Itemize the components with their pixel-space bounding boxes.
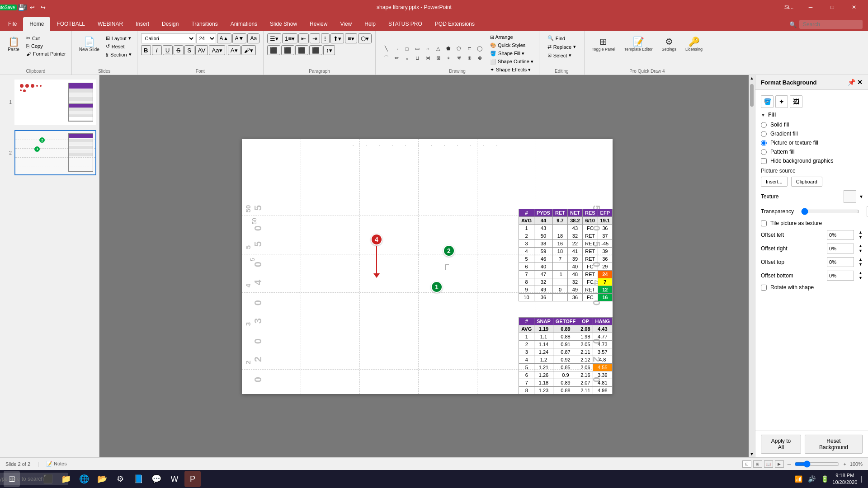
- tab-insert[interactable]: Insert: [129, 17, 156, 31]
- line-spacing-btn[interactable]: ↕▾: [323, 45, 335, 55]
- offset-left-up[interactable]: ▲: [859, 230, 863, 235]
- slideshow-btn[interactable]: ▶: [775, 460, 784, 468]
- justify-btn[interactable]: ⬛: [309, 45, 322, 55]
- change-case-btn[interactable]: Aa▾: [209, 45, 225, 55]
- transparency-slider[interactable]: [801, 208, 859, 215]
- offset-left-down[interactable]: ▼: [859, 235, 863, 240]
- fill-icon-btn[interactable]: 🪣: [761, 95, 774, 108]
- underline-btn[interactable]: U: [163, 45, 173, 55]
- word-btn[interactable]: W: [166, 471, 183, 487]
- shape15-tool[interactable]: ⋈: [423, 54, 433, 63]
- oval-tool[interactable]: ○: [423, 44, 433, 53]
- clipboard-btn[interactable]: Clipboard: [791, 177, 822, 187]
- section-button[interactable]: § Section ▾: [104, 51, 133, 58]
- offset-top-up[interactable]: ▲: [859, 257, 863, 262]
- panel-close-btn[interactable]: ✕: [857, 79, 863, 86]
- folder-btn[interactable]: 📂: [94, 471, 110, 487]
- rotate-checkbox[interactable]: [761, 285, 767, 291]
- sign-in-btn[interactable]: Si...: [778, 0, 799, 14]
- offset-bottom-up[interactable]: ▲: [859, 271, 863, 276]
- shape9-tool[interactable]: ⊏: [464, 44, 474, 53]
- zoom-slider[interactable]: [794, 460, 840, 468]
- shape7-tool[interactable]: ⬟: [443, 44, 453, 53]
- shape14-tool[interactable]: ⊔: [412, 54, 422, 63]
- effects-icon-btn[interactable]: ✦: [775, 95, 788, 108]
- save-btn[interactable]: 💾: [16, 2, 26, 12]
- gradient-fill-radio[interactable]: [761, 131, 767, 137]
- search-input[interactable]: [799, 20, 863, 29]
- bullets-btn[interactable]: ☰▾: [267, 33, 281, 43]
- offset-right-down[interactable]: ▼: [859, 249, 863, 253]
- slide-item-2[interactable]: 2 2 1: [2, 129, 97, 176]
- offset-bottom-input[interactable]: [827, 271, 854, 281]
- tab-home[interactable]: Home: [23, 17, 50, 31]
- shape20-tool[interactable]: ⊗: [475, 54, 485, 63]
- solid-fill-option[interactable]: Solid fill: [761, 122, 863, 128]
- cut-button[interactable]: ✂ Cut: [24, 34, 68, 42]
- tab-slideshow[interactable]: Slide Show: [264, 17, 303, 31]
- bold-btn[interactable]: B: [141, 45, 151, 55]
- teams-btn[interactable]: 💬: [148, 471, 165, 487]
- format-painter-button[interactable]: 🖌 Format Painter: [24, 50, 68, 57]
- italic-btn[interactable]: I: [152, 45, 162, 55]
- powerpoint-btn[interactable]: P: [184, 471, 201, 487]
- offset-left-input[interactable]: [827, 230, 854, 240]
- slide-thumb-2[interactable]: 2 1: [14, 130, 96, 175]
- shape18-tool[interactable]: ❋: [454, 54, 464, 63]
- shape10-tool[interactable]: ◯: [475, 44, 485, 53]
- tab-design[interactable]: Design: [156, 17, 185, 31]
- shadow-btn[interactable]: S: [184, 45, 194, 55]
- copy-button[interactable]: ⎘ Copy: [24, 42, 68, 50]
- marker-2[interactable]: 2: [443, 245, 455, 257]
- offset-top-input[interactable]: [827, 257, 854, 267]
- search-taskbar-btn[interactable]: [22, 471, 38, 487]
- font-color-btn[interactable]: A▾: [228, 45, 241, 55]
- marker-1[interactable]: 1: [431, 281, 443, 293]
- rect-tool[interactable]: □: [402, 44, 412, 53]
- file-explorer-btn[interactable]: 📁: [58, 471, 74, 487]
- redo-btn[interactable]: ↪: [38, 2, 48, 12]
- browser-btn[interactable]: 🌐: [76, 471, 92, 487]
- highlight-btn[interactable]: 🖌▾: [241, 45, 256, 55]
- panel-pin-btn[interactable]: 📌: [848, 79, 855, 86]
- freeform-tool[interactable]: ✏: [392, 54, 401, 63]
- slide-sorter-btn[interactable]: ⊞: [753, 460, 762, 468]
- offset-top-down[interactable]: ▼: [859, 262, 863, 267]
- arrow-tool[interactable]: →: [392, 44, 401, 53]
- task-view-btn[interactable]: ⬛: [40, 471, 56, 487]
- tab-football[interactable]: FOOTBALL: [50, 17, 91, 31]
- font-size-select[interactable]: 24: [196, 33, 216, 43]
- offset-right-up[interactable]: ▲: [859, 244, 863, 249]
- onenote-btn[interactable]: 📘: [130, 471, 146, 487]
- col-count-btn[interactable]: ⫶: [321, 33, 330, 43]
- increase-indent-btn[interactable]: ⇥: [310, 33, 320, 43]
- picture-fill-option[interactable]: Picture or texture fill: [761, 140, 863, 146]
- solid-fill-radio[interactable]: [761, 122, 767, 128]
- select-button[interactable]: ⊡ Select ▾: [546, 52, 574, 59]
- slide-thumb-1[interactable]: [14, 80, 96, 125]
- reset-button[interactable]: ↺ Reset: [104, 42, 133, 50]
- increase-font-btn[interactable]: A▲: [217, 33, 231, 43]
- shape-fill-button[interactable]: 🪣 Shape Fill ▾: [488, 50, 535, 57]
- align-left-btn[interactable]: ⬛: [267, 45, 280, 55]
- replace-button[interactable]: ⇄ Replace ▾: [546, 43, 578, 51]
- quick-styles-button[interactable]: 🎨 Quick Styles: [488, 42, 535, 49]
- shape19-tool[interactable]: ⊕: [464, 54, 474, 63]
- decrease-font-btn[interactable]: A▼: [232, 33, 247, 43]
- shape17-tool[interactable]: ⌖: [443, 54, 453, 63]
- align-text-btn[interactable]: ≡▾: [345, 33, 357, 43]
- text-direction-btn[interactable]: ⬆▾: [330, 33, 344, 43]
- shape-outline-button[interactable]: ⬜ Shape Outline ▾: [488, 58, 535, 66]
- strikethrough-btn[interactable]: S: [174, 45, 184, 55]
- pattern-fill-option[interactable]: Pattern fill: [761, 149, 863, 155]
- find-button[interactable]: 🔍 Find: [546, 34, 567, 42]
- reading-view-btn[interactable]: 📖: [764, 460, 773, 468]
- shape16-tool[interactable]: ⊠: [433, 54, 443, 63]
- tray-battery[interactable]: 🔋: [819, 475, 830, 483]
- tab-pqd[interactable]: PQD Extensions: [429, 17, 481, 31]
- scroll-up-btn[interactable]: ▲: [750, 76, 754, 80]
- apply-to-all-btn[interactable]: Apply to All: [761, 435, 801, 454]
- smartart-btn[interactable]: ⬡▾: [358, 33, 372, 43]
- tab-statuspro[interactable]: STATUS PRO: [382, 17, 429, 31]
- numbering-btn[interactable]: 1≡▾: [282, 33, 297, 43]
